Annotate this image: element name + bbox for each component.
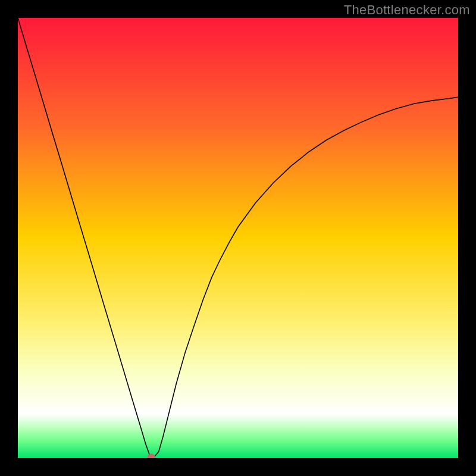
attribution-text: TheBottlenecker.com: [344, 2, 470, 18]
chart-frame: [18, 18, 458, 458]
bottleneck-chart: [18, 18, 458, 458]
